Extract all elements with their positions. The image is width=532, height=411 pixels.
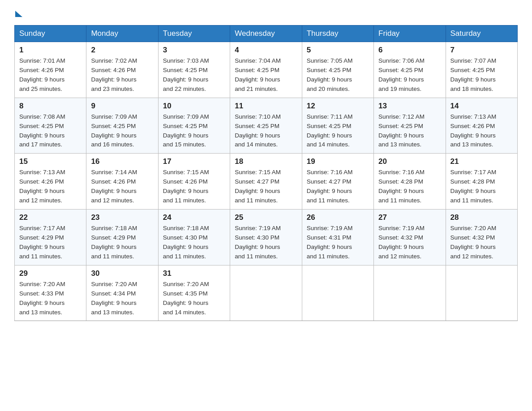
sunrise-info: Sunrise: 7:12 AM bbox=[378, 113, 425, 120]
day-info: Sunrise: 7:18 AMSunset: 4:30 PMDaylight:… bbox=[163, 224, 225, 261]
daylight-minutes: and 23 minutes. bbox=[91, 86, 134, 92]
calendar-week-row: 1Sunrise: 7:01 AMSunset: 4:26 PMDaylight… bbox=[15, 42, 518, 98]
calendar-cell: 29Sunrise: 7:20 AMSunset: 4:33 PMDayligh… bbox=[15, 265, 86, 321]
daylight-minutes: and 14 minutes. bbox=[307, 141, 350, 148]
calendar-header-row: SundayMondayTuesdayWednesdayThursdayFrid… bbox=[15, 26, 518, 42]
day-number: 26 bbox=[307, 213, 369, 222]
daylight-minutes: and 12 minutes. bbox=[91, 197, 134, 204]
sunrise-info: Sunrise: 7:16 AM bbox=[378, 169, 425, 176]
day-number: 30 bbox=[91, 269, 153, 278]
sunset-info: Sunset: 4:26 PM bbox=[19, 178, 64, 185]
sunrise-info: Sunrise: 7:18 AM bbox=[91, 225, 137, 231]
calendar-cell: 20Sunrise: 7:16 AMSunset: 4:28 PMDayligh… bbox=[374, 154, 446, 210]
day-info: Sunrise: 7:15 AMSunset: 4:27 PMDaylight:… bbox=[235, 168, 297, 206]
calendar-cell: 26Sunrise: 7:19 AMSunset: 4:31 PMDayligh… bbox=[302, 210, 373, 265]
day-number: 7 bbox=[450, 46, 513, 55]
daylight-info: Daylight: 9 hours bbox=[91, 76, 136, 83]
calendar-cell bbox=[302, 265, 373, 321]
sunset-info: Sunset: 4:25 PM bbox=[163, 67, 208, 73]
day-number: 13 bbox=[378, 102, 441, 111]
day-info: Sunrise: 7:19 AMSunset: 4:32 PMDaylight:… bbox=[378, 224, 441, 261]
daylight-minutes: and 12 minutes. bbox=[378, 253, 421, 260]
daylight-minutes: and 11 minutes. bbox=[235, 197, 278, 204]
calendar-cell: 30Sunrise: 7:20 AMSunset: 4:34 PMDayligh… bbox=[86, 265, 158, 321]
day-info: Sunrise: 7:03 AMSunset: 4:25 PMDaylight:… bbox=[163, 56, 225, 94]
sunrise-info: Sunrise: 7:01 AM bbox=[19, 57, 65, 64]
calendar-cell: 10Sunrise: 7:09 AMSunset: 4:25 PMDayligh… bbox=[158, 98, 230, 154]
sunset-info: Sunset: 4:26 PM bbox=[163, 178, 208, 185]
calendar-header-sunday: Sunday bbox=[15, 26, 86, 42]
daylight-info: Daylight: 9 hours bbox=[307, 188, 352, 194]
daylight-info: Daylight: 9 hours bbox=[19, 244, 64, 250]
sunset-info: Sunset: 4:26 PM bbox=[450, 123, 495, 129]
calendar-cell: 19Sunrise: 7:16 AMSunset: 4:27 PMDayligh… bbox=[302, 154, 373, 210]
daylight-minutes: and 21 minutes. bbox=[235, 86, 278, 92]
sunrise-info: Sunrise: 7:20 AM bbox=[19, 281, 65, 287]
day-info: Sunrise: 7:08 AMSunset: 4:25 PMDaylight:… bbox=[19, 112, 82, 150]
daylight-info: Daylight: 9 hours bbox=[19, 300, 64, 306]
day-info: Sunrise: 7:20 AMSunset: 4:32 PMDaylight:… bbox=[450, 224, 513, 261]
daylight-minutes: and 14 minutes. bbox=[235, 141, 278, 148]
daylight-minutes: and 20 minutes. bbox=[307, 86, 350, 92]
sunset-info: Sunset: 4:29 PM bbox=[19, 234, 64, 241]
page-header bbox=[14, 11, 518, 17]
sunset-info: Sunset: 4:25 PM bbox=[235, 123, 279, 129]
sunset-info: Sunset: 4:25 PM bbox=[91, 123, 136, 129]
sunset-info: Sunset: 4:27 PM bbox=[307, 178, 352, 185]
day-number: 21 bbox=[450, 157, 513, 166]
calendar-header-saturday: Saturday bbox=[446, 26, 517, 42]
sunset-info: Sunset: 4:35 PM bbox=[163, 290, 208, 297]
day-info: Sunrise: 7:02 AMSunset: 4:26 PMDaylight:… bbox=[91, 56, 153, 94]
sunset-info: Sunset: 4:25 PM bbox=[378, 123, 423, 129]
daylight-minutes: and 11 minutes. bbox=[450, 197, 493, 204]
sunset-info: Sunset: 4:30 PM bbox=[163, 234, 208, 241]
daylight-minutes: and 19 minutes. bbox=[378, 86, 421, 92]
sunrise-info: Sunrise: 7:19 AM bbox=[307, 225, 353, 231]
daylight-minutes: and 13 minutes. bbox=[19, 309, 62, 316]
calendar-cell: 27Sunrise: 7:19 AMSunset: 4:32 PMDayligh… bbox=[374, 210, 446, 265]
daylight-info: Daylight: 9 hours bbox=[307, 244, 352, 250]
daylight-minutes: and 13 minutes. bbox=[450, 141, 493, 148]
daylight-info: Daylight: 9 hours bbox=[235, 188, 280, 194]
day-info: Sunrise: 7:14 AMSunset: 4:26 PMDaylight:… bbox=[91, 168, 153, 206]
day-info: Sunrise: 7:13 AMSunset: 4:26 PMDaylight:… bbox=[450, 112, 513, 150]
sunset-info: Sunset: 4:25 PM bbox=[378, 67, 423, 73]
daylight-minutes: and 12 minutes. bbox=[19, 197, 62, 204]
sunset-info: Sunset: 4:28 PM bbox=[378, 178, 423, 185]
day-info: Sunrise: 7:07 AMSunset: 4:25 PMDaylight:… bbox=[450, 56, 513, 94]
calendar-cell: 23Sunrise: 7:18 AMSunset: 4:29 PMDayligh… bbox=[86, 210, 158, 265]
sunset-info: Sunset: 4:31 PM bbox=[307, 234, 352, 241]
calendar-cell: 28Sunrise: 7:20 AMSunset: 4:32 PMDayligh… bbox=[446, 210, 517, 265]
sunset-info: Sunset: 4:25 PM bbox=[163, 123, 208, 129]
day-number: 24 bbox=[163, 213, 225, 222]
day-info: Sunrise: 7:04 AMSunset: 4:25 PMDaylight:… bbox=[235, 56, 297, 94]
daylight-info: Daylight: 9 hours bbox=[19, 188, 64, 194]
daylight-info: Daylight: 9 hours bbox=[450, 132, 496, 139]
daylight-minutes: and 11 minutes. bbox=[163, 197, 206, 204]
sunrise-info: Sunrise: 7:06 AM bbox=[378, 57, 425, 64]
daylight-info: Daylight: 9 hours bbox=[163, 76, 208, 83]
daylight-info: Daylight: 9 hours bbox=[163, 132, 208, 139]
day-info: Sunrise: 7:11 AMSunset: 4:25 PMDaylight:… bbox=[307, 112, 369, 150]
day-number: 31 bbox=[163, 269, 225, 278]
sunset-info: Sunset: 4:34 PM bbox=[91, 290, 136, 297]
calendar-cell: 18Sunrise: 7:15 AMSunset: 4:27 PMDayligh… bbox=[230, 154, 302, 210]
day-number: 6 bbox=[378, 46, 441, 55]
daylight-info: Daylight: 9 hours bbox=[378, 244, 424, 250]
daylight-minutes: and 13 minutes. bbox=[378, 141, 421, 148]
daylight-info: Daylight: 9 hours bbox=[450, 244, 496, 250]
sunrise-info: Sunrise: 7:13 AM bbox=[19, 169, 65, 176]
sunrise-info: Sunrise: 7:17 AM bbox=[450, 169, 497, 176]
sunrise-info: Sunrise: 7:04 AM bbox=[235, 57, 281, 64]
day-number: 8 bbox=[19, 102, 82, 111]
day-info: Sunrise: 7:01 AMSunset: 4:26 PMDaylight:… bbox=[19, 56, 82, 94]
day-number: 28 bbox=[450, 213, 513, 222]
day-number: 4 bbox=[235, 46, 297, 55]
logo-text bbox=[14, 11, 23, 17]
calendar-cell: 2Sunrise: 7:02 AMSunset: 4:26 PMDaylight… bbox=[86, 42, 158, 98]
daylight-minutes: and 14 minutes. bbox=[163, 309, 206, 316]
daylight-minutes: and 25 minutes. bbox=[19, 86, 62, 92]
sunset-info: Sunset: 4:33 PM bbox=[19, 290, 64, 297]
day-number: 12 bbox=[307, 102, 369, 111]
daylight-minutes: and 11 minutes. bbox=[163, 253, 206, 260]
